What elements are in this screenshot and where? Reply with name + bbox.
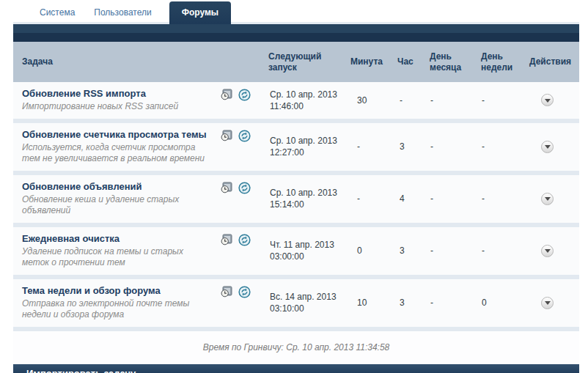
hour-value: 4: [392, 193, 424, 204]
next-run-value: Чт. 11 апр. 2013 03:00:00: [262, 239, 345, 262]
task-description: Обновление кеша и удаление старых объявл…: [22, 194, 207, 216]
hour-value: 3: [392, 141, 424, 152]
run-now-refresh-icon[interactable]: [238, 234, 251, 246]
task-description: Используется, когда счетчик просмотра те…: [22, 142, 207, 164]
day-of-month-value: -: [424, 245, 475, 256]
minute-value: -: [345, 141, 392, 152]
task-info: Тема недели и обзор форума Отправка по э…: [13, 285, 220, 320]
day-of-week-value: -: [475, 95, 523, 106]
section-toolbar: [13, 24, 579, 42]
next-run-value: Ср. 10 апр. 2013 15:14:00: [262, 187, 345, 210]
row-actions: [523, 94, 579, 106]
task-clock-icon[interactable]: [220, 89, 232, 101]
chevron-down-icon: [545, 197, 551, 201]
task-description: Импортирование новых RSS записей: [22, 101, 207, 112]
task-clock-icon[interactable]: [220, 286, 232, 298]
table-header-row: Задача Следующий запуск Минута Час День …: [13, 42, 579, 82]
day-of-month-value: -: [424, 298, 475, 308]
col-header-task: Задача: [13, 52, 262, 72]
row-actions: [523, 141, 579, 153]
minute-value: 0: [345, 245, 392, 256]
gmt-time-note: Время по Гринвичу: Ср. 10 апр. 2013 11:3…: [13, 331, 579, 364]
task-rows: Обновление RSS импорта Импортирование но…: [13, 82, 579, 331]
col-header-actions: Действия: [523, 52, 579, 72]
task-row: Тема недели и обзор форума Отправка по э…: [13, 279, 579, 331]
task-row: Обновление объявлений Обновление кеша и …: [13, 175, 579, 227]
run-now-refresh-icon[interactable]: [238, 130, 251, 142]
task-row: Обновление RSS импорта Импортирование но…: [13, 82, 579, 123]
task-clock-icon[interactable]: [220, 182, 232, 194]
row-actions: [523, 245, 579, 257]
task-icons: [220, 181, 262, 194]
col-header-day-of-week: День недели: [475, 47, 523, 78]
hour-value: 3: [392, 298, 424, 308]
row-actions-menu-button[interactable]: [541, 141, 554, 153]
col-header-next-run: Следующий запуск: [262, 47, 345, 78]
row-actions-menu-button[interactable]: [541, 94, 554, 106]
task-row: Обновление счетчика просмотра темы Испол…: [13, 123, 579, 175]
day-of-week-value: -: [475, 245, 523, 256]
import-task-section-header: Импортировать задачу: [13, 364, 579, 373]
task-title-link[interactable]: Обновление RSS импорта: [22, 88, 207, 100]
task-title-link[interactable]: Ежедневная очистка: [22, 233, 207, 245]
row-actions-menu-button[interactable]: [541, 245, 554, 257]
task-description: Удаление подписок на темы и старых меток…: [22, 246, 207, 268]
day-of-week-value: -: [475, 141, 523, 152]
col-header-hour: Час: [392, 52, 424, 72]
tasks-page: Система Пользователи Форумы Задача Следу…: [13, 0, 579, 373]
tab-forums[interactable]: Форумы: [169, 1, 231, 24]
run-now-refresh-icon[interactable]: [238, 286, 251, 298]
next-run-value: Ср. 10 апр. 2013 11:46:00: [262, 89, 345, 112]
row-actions-menu-button[interactable]: [541, 297, 554, 309]
task-icons: [220, 285, 262, 298]
minute-value: 30: [345, 95, 392, 106]
task-title-link[interactable]: Обновление объявлений: [22, 181, 207, 193]
col-header-minute: Минута: [345, 52, 392, 72]
chevron-down-icon: [545, 249, 551, 253]
run-now-refresh-icon[interactable]: [238, 89, 251, 101]
row-actions-menu-button[interactable]: [541, 193, 554, 205]
task-clock-icon[interactable]: [220, 130, 232, 142]
run-now-refresh-icon[interactable]: [238, 182, 251, 194]
task-info: Обновление RSS импорта Импортирование но…: [13, 88, 220, 112]
hour-value: -: [392, 95, 424, 106]
tab-system[interactable]: Система: [32, 1, 82, 24]
task-clock-icon[interactable]: [220, 234, 232, 246]
chevron-down-icon: [545, 99, 551, 103]
task-title-link[interactable]: Тема недели и обзор форума: [22, 285, 207, 297]
task-description: Отправка по электронной почте темы недел…: [22, 298, 207, 320]
task-title-link[interactable]: Обновление счетчика просмотра темы: [22, 129, 207, 141]
hour-value: 3: [392, 245, 424, 256]
day-of-month-value: -: [424, 193, 475, 204]
task-icons: [220, 129, 262, 142]
next-run-value: Вс. 14 апр. 2013 03:10:00: [262, 291, 345, 314]
day-of-week-value: -: [475, 193, 523, 204]
task-icons: [220, 233, 262, 246]
row-actions: [523, 297, 579, 309]
day-of-month-value: -: [424, 95, 475, 106]
chevron-down-icon: [545, 145, 551, 149]
task-info: Обновление счетчика просмотра темы Испол…: [13, 129, 220, 164]
col-header-day-of-month: День месяца: [424, 47, 475, 78]
tab-users[interactable]: Пользователи: [87, 1, 158, 24]
task-info: Обновление объявлений Обновление кеша и …: [13, 181, 220, 216]
day-of-month-value: -: [424, 141, 475, 152]
minute-value: -: [345, 193, 392, 204]
chevron-down-icon: [545, 301, 551, 305]
task-row: Ежедневная очистка Удаление подписок на …: [13, 227, 579, 279]
tab-bar: Система Пользователи Форумы: [13, 0, 579, 24]
row-actions: [523, 193, 579, 205]
import-task-title: Импортировать задачу: [26, 368, 136, 373]
day-of-week-value: 0: [475, 298, 523, 308]
next-run-value: Ср. 10 апр. 2013 12:27:00: [262, 135, 345, 158]
task-info: Ежедневная очистка Удаление подписок на …: [13, 233, 220, 268]
task-icons: [220, 88, 262, 101]
minute-value: 10: [345, 298, 392, 308]
